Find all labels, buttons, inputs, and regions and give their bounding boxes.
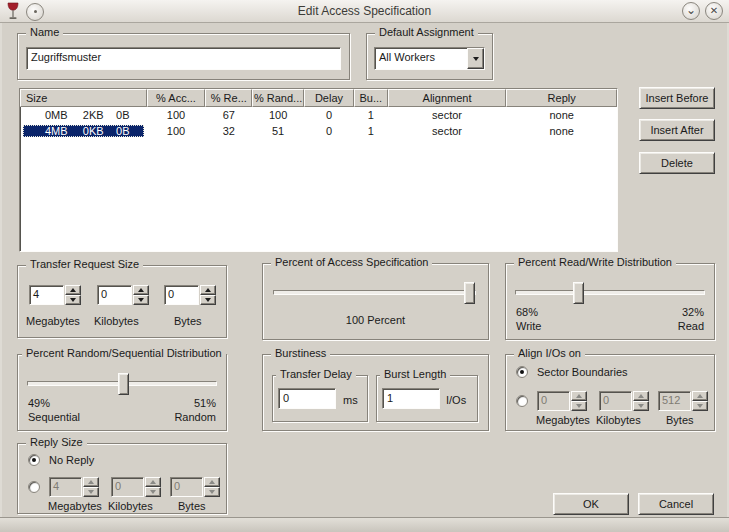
ok-button[interactable]: OK bbox=[553, 493, 629, 515]
pin-button[interactable] bbox=[26, 3, 44, 21]
trs-kilobytes-spinner[interactable]: 0 bbox=[97, 285, 149, 305]
write-label: Write bbox=[516, 320, 541, 332]
reply-bytes-spinner[interactable]: 0 bbox=[170, 477, 220, 497]
spin-up-icon[interactable] bbox=[65, 285, 81, 295]
close-icon: ✕ bbox=[710, 6, 718, 16]
table-header[interactable]: Size % Acc... % Re... % Rand... Delay Bu… bbox=[20, 89, 617, 107]
burst-length-group: Burst Length 1 I/Os bbox=[376, 375, 478, 422]
align-bytes-spinner[interactable]: 512 bbox=[658, 391, 708, 411]
column-header-random[interactable]: % Rand... bbox=[252, 89, 304, 107]
spin-up-icon[interactable] bbox=[571, 391, 587, 401]
window-frame-bottom bbox=[0, 517, 729, 532]
spin-down-icon[interactable] bbox=[83, 487, 99, 497]
pin-dot-icon bbox=[34, 10, 37, 13]
selected-size-cell: 4MB 0KB 0B bbox=[23, 125, 144, 137]
slider-handle[interactable] bbox=[118, 373, 129, 395]
cancel-button[interactable]: Cancel bbox=[638, 493, 714, 515]
spin-down-icon[interactable] bbox=[145, 487, 161, 497]
slider-handle[interactable] bbox=[464, 282, 475, 304]
spin-down-icon[interactable] bbox=[65, 295, 81, 305]
percent-read-write-label: Percent Read/Write Distribution bbox=[514, 256, 676, 268]
spin-up-icon[interactable] bbox=[200, 285, 216, 295]
spin-up-icon[interactable] bbox=[633, 391, 649, 401]
spin-down-icon[interactable] bbox=[200, 295, 216, 305]
close-button[interactable]: ✕ bbox=[705, 2, 723, 20]
megabytes-label: Megabytes bbox=[536, 414, 590, 426]
percent-random-slider[interactable] bbox=[27, 381, 217, 386]
dropdown-arrow-icon[interactable] bbox=[467, 48, 484, 69]
spin-down-icon[interactable] bbox=[133, 295, 149, 305]
megabytes-label: Megabytes bbox=[48, 500, 102, 512]
spin-up-icon[interactable] bbox=[204, 477, 220, 487]
insert-after-button[interactable]: Insert After bbox=[639, 119, 715, 141]
column-header-alignment[interactable]: Alignment bbox=[388, 89, 507, 107]
access-spec-table[interactable]: Size % Acc... % Re... % Rand... Delay Bu… bbox=[19, 88, 618, 252]
kilobytes-label: Kilobytes bbox=[596, 414, 641, 426]
percent-access-slider[interactable] bbox=[273, 290, 476, 295]
percent-access-label: Percent of Access Specification bbox=[271, 256, 432, 268]
reply-size-group: Reply Size No Reply 4 0 0 Megabytes Kilo… bbox=[17, 443, 227, 514]
sequential-percent: 49% bbox=[28, 397, 50, 409]
default-assignment-select[interactable]: All Workers bbox=[374, 47, 485, 70]
reply-megabytes-spinner[interactable]: 4 bbox=[49, 477, 99, 497]
spin-up-icon[interactable] bbox=[83, 477, 99, 487]
table-row-selected[interactable]: 4MB 0KB 0B 100 32 51 0 1 sector none bbox=[20, 123, 617, 139]
column-header-burst[interactable]: Bu... bbox=[354, 89, 388, 107]
percent-access-value: 100 Percent bbox=[263, 314, 488, 326]
kilobytes-label: Kilobytes bbox=[108, 500, 153, 512]
spin-up-icon[interactable] bbox=[133, 285, 149, 295]
bytes-label: Bytes bbox=[178, 500, 206, 512]
reply-kilobytes-spinner[interactable]: 0 bbox=[111, 477, 161, 497]
burst-length-label: Burst Length bbox=[380, 368, 450, 380]
sector-boundaries-label: Sector Boundaries bbox=[537, 366, 628, 378]
align-custom-radio[interactable] bbox=[516, 395, 528, 407]
titlebar[interactable]: Edit Access Specification ⌄ ✕ bbox=[0, 0, 729, 23]
column-header-reply[interactable]: Reply bbox=[506, 89, 617, 107]
spin-down-icon[interactable] bbox=[692, 401, 708, 411]
table-row[interactable]: 0MB 2KB 0B 100 67 100 0 1 sector none bbox=[20, 107, 617, 123]
insert-before-button[interactable]: Insert Before bbox=[639, 87, 715, 109]
no-reply-label: No Reply bbox=[49, 454, 94, 466]
burstiness-group: Burstiness Transfer Delay 0 ms Burst Len… bbox=[262, 354, 489, 431]
shade-button[interactable]: ⌄ bbox=[682, 2, 700, 20]
align-ios-group: Align I/Os on Sector Boundaries 0 0 512 … bbox=[505, 354, 715, 431]
percent-random-label: Percent Random/Sequential Distribution bbox=[22, 347, 226, 359]
burstiness-label: Burstiness bbox=[271, 347, 330, 359]
sector-boundaries-radio[interactable] bbox=[516, 366, 528, 378]
write-percent: 68% bbox=[516, 306, 538, 318]
spin-up-icon[interactable] bbox=[145, 477, 161, 487]
spin-up-icon[interactable] bbox=[692, 391, 708, 401]
spin-down-icon[interactable] bbox=[571, 401, 587, 411]
column-header-delay[interactable]: Delay bbox=[304, 89, 354, 107]
align-ios-label: Align I/Os on bbox=[514, 347, 585, 359]
default-assignment-label: Default Assignment bbox=[375, 26, 478, 38]
column-header-read[interactable]: % Re... bbox=[205, 89, 252, 107]
burst-length-input[interactable]: 1 bbox=[382, 388, 440, 409]
align-kilobytes-spinner[interactable]: 0 bbox=[599, 391, 649, 411]
no-reply-radio[interactable] bbox=[28, 454, 40, 466]
column-header-access[interactable]: % Acc... bbox=[147, 89, 206, 107]
spin-down-icon[interactable] bbox=[204, 487, 220, 497]
reply-custom-radio[interactable] bbox=[28, 481, 40, 493]
align-megabytes-spinner[interactable]: 0 bbox=[537, 391, 587, 411]
percent-read-write-slider[interactable] bbox=[515, 290, 705, 295]
trs-megabytes-spinner[interactable]: 4 bbox=[29, 285, 81, 305]
window-title: Edit Access Specification bbox=[0, 4, 729, 18]
percent-read-write-group: Percent Read/Write Distribution 68% Writ… bbox=[505, 263, 715, 340]
spin-down-icon[interactable] bbox=[633, 401, 649, 411]
megabytes-label: Megabytes bbox=[26, 315, 80, 327]
edit-access-specification-window: Edit Access Specification ⌄ ✕ Name Zugri… bbox=[0, 0, 729, 532]
transfer-request-size-label: Transfer Request Size bbox=[26, 258, 143, 270]
delete-button[interactable]: Delete bbox=[639, 152, 715, 174]
slider-handle[interactable] bbox=[573, 282, 584, 304]
name-input[interactable]: Zugriffsmuster bbox=[26, 47, 341, 70]
kilobytes-label: Kilobytes bbox=[94, 315, 139, 327]
percent-random-group: Percent Random/Sequential Distribution 4… bbox=[17, 354, 227, 431]
transfer-delay-input[interactable]: 0 bbox=[278, 388, 336, 409]
column-header-size[interactable]: Size bbox=[20, 89, 147, 107]
trs-bytes-spinner[interactable]: 0 bbox=[164, 285, 216, 305]
default-assignment-group: Default Assignment All Workers bbox=[366, 33, 493, 80]
transfer-request-size-group: Transfer Request Size 4 0 0 Megabytes Ki… bbox=[17, 265, 227, 338]
ms-label: ms bbox=[343, 394, 358, 406]
transfer-delay-group: Transfer Delay 0 ms bbox=[272, 375, 368, 422]
